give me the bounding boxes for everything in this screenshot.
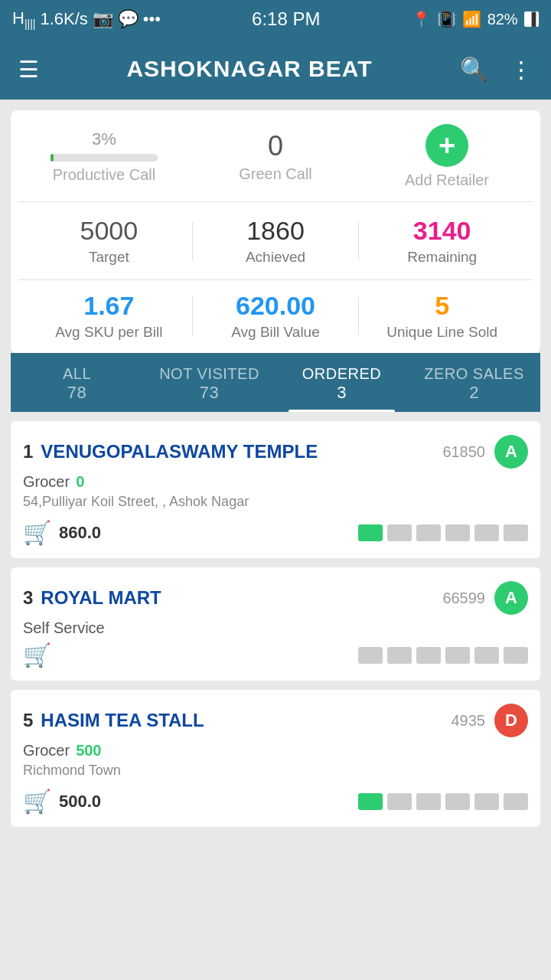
dot-indicator	[416, 647, 441, 664]
retailer-card[interactable]: 3 ROYAL MART 66599 A Self Service 🛒	[11, 567, 540, 681]
progress-bar-fill	[51, 154, 54, 162]
cart-icon: 🛒	[23, 519, 51, 546]
page-title: ASHOKNAGAR BEAT	[126, 56, 372, 82]
add-retailer-button[interactable]: + Add Retailer	[361, 124, 533, 189]
unique-line-block: 5 Unique Line Sold	[359, 291, 525, 341]
location-icon: 📍	[412, 10, 431, 28]
tab-zero-sales[interactable]: ZERO SALES2	[408, 353, 540, 412]
achieved-block: 1860 Achieved	[193, 216, 359, 266]
retailer-address: 54,Pulliyar Koil Street, , Ashok Nagar	[23, 494, 528, 510]
retailer-number: 3	[23, 587, 33, 609]
stats-bottom-row: 1.67 Avg SKU per Bill 620.00 Avg Bill Va…	[18, 280, 533, 345]
cart-info: 🛒 860.0	[23, 519, 101, 546]
wifi-icon: 📶	[462, 10, 481, 28]
signal-icon: H||||	[12, 8, 35, 30]
retailer-footer: 🛒 500.0	[23, 788, 528, 815]
green-call-value: 0	[268, 130, 283, 162]
target-label: Target	[89, 249, 129, 266]
tab-all[interactable]: ALL78	[11, 353, 143, 412]
sub-badge: 0	[76, 473, 84, 491]
target-block: 5000 Target	[26, 216, 192, 266]
unique-line-value: 5	[435, 291, 449, 321]
achieved-value: 1860	[246, 216, 305, 246]
retailer-id-avatar: 4935 D	[452, 704, 529, 737]
tab-ordered[interactable]: ORDERED3	[276, 353, 408, 412]
remaining-label: Remaining	[407, 249, 477, 266]
retailer-card[interactable]: 1 VENUGOPALASWAMY TEMPLE 61850 A Grocer …	[11, 421, 540, 558]
remaining-block: 3140 Remaining	[359, 216, 525, 266]
stats-top-row: 3% Productive Call 0 Green Call + Add Re…	[18, 124, 533, 202]
retailer-name: VENUGOPALASWAMY TEMPLE	[41, 441, 318, 462]
dot-indicator	[416, 793, 441, 810]
retailer-id: 61850	[442, 443, 485, 461]
productive-call-label: Productive Call	[53, 166, 156, 184]
status-right: 📍 📳 📶 82% ▐	[412, 10, 539, 28]
dot-row	[358, 647, 528, 664]
retailer-subtype: Grocer 500	[23, 742, 528, 760]
status-bar: H|||| 1.6K/s 📷 💬 ••• 6:18 PM 📍 📳 📶 82% ▐	[0, 0, 551, 38]
green-call-block: 0 Green Call	[190, 130, 361, 183]
dot-indicator	[387, 524, 412, 541]
retailer-id-avatar: 66599 A	[442, 581, 528, 615]
status-time: 6:18 PM	[252, 8, 320, 30]
cart-value: 860.0	[59, 523, 101, 543]
more-options-button[interactable]: ⋮	[510, 56, 533, 83]
retailer-number: 5	[23, 710, 33, 731]
cart-icon: 🛒	[23, 642, 51, 668]
dot-indicator	[387, 647, 412, 664]
dot-indicator	[358, 524, 383, 541]
dot-indicator	[358, 793, 383, 810]
retailer-address: Richmond Town	[23, 763, 528, 779]
retailer-name-row: 3 ROYAL MART	[23, 587, 161, 609]
retailer-name: ROYAL MART	[41, 587, 161, 609]
retailer-type: Self Service	[23, 619, 105, 637]
status-left: H|||| 1.6K/s 📷 💬 •••	[12, 8, 161, 30]
dot-indicator	[504, 647, 528, 664]
dot-indicator	[504, 793, 528, 810]
cart-icon: 🛒	[23, 788, 51, 815]
dot-indicator	[474, 647, 499, 664]
dot-indicator	[387, 793, 412, 810]
search-button[interactable]: 🔍	[460, 56, 488, 83]
more-dots: •••	[143, 9, 161, 29]
cart-info: 🛒 500.0	[23, 788, 101, 815]
avg-sku-value: 1.67	[83, 291, 134, 321]
header-actions: 🔍 ⋮	[460, 56, 533, 83]
dot-row	[358, 793, 528, 810]
menu-button[interactable]: ☰	[18, 56, 39, 83]
dot-indicator	[445, 524, 470, 541]
avg-bill-label: Avg Bill Value	[231, 324, 319, 341]
avatar: D	[494, 704, 528, 737]
dot-row	[358, 524, 528, 541]
tab-not-visited[interactable]: NOT VISITED73	[143, 353, 276, 412]
retailer-card[interactable]: 5 Hasim Tea Stall 4935 D Grocer 500 Rich…	[11, 690, 540, 827]
green-call-label: Green Call	[239, 165, 312, 183]
progress-bar-bg	[51, 154, 158, 162]
speed-indicator: 1.6K/s	[40, 9, 87, 29]
retailer-footer: 🛒 860.0	[23, 519, 528, 546]
vibrate-icon: 📳	[437, 10, 456, 28]
avg-sku-block: 1.67 Avg SKU per Bill	[26, 291, 192, 341]
productive-call-block: 3% Productive Call	[18, 129, 190, 184]
avatar: A	[494, 581, 528, 615]
chat-icon: 💬	[118, 9, 139, 29]
dot-indicator	[474, 524, 499, 541]
dot-indicator	[445, 647, 470, 664]
dot-indicator	[358, 647, 383, 664]
target-value: 5000	[80, 216, 139, 246]
avatar: A	[494, 435, 528, 469]
battery-icon: ▐	[524, 11, 539, 27]
app-header: ☰ ASHOKNAGAR BEAT 🔍 ⋮	[0, 38, 551, 100]
retailer-type: Grocer	[23, 473, 70, 491]
tabs-row: ALL78NOT VISITED73ORDERED3ZERO SALES2	[11, 353, 540, 412]
camera-icon: 📷	[93, 9, 113, 29]
battery-level: 82%	[487, 11, 518, 28]
add-retailer-icon: +	[425, 124, 468, 167]
avg-bill-value: 620.00	[236, 291, 315, 321]
dot-indicator	[504, 524, 528, 541]
avg-bill-block: 620.00 Avg Bill Value	[193, 291, 359, 341]
stats-card: 3% Productive Call 0 Green Call + Add Re…	[11, 110, 540, 353]
achieved-label: Achieved	[246, 249, 305, 266]
retailer-id: 66599	[442, 590, 485, 607]
retailer-subtype: Grocer 0	[23, 473, 528, 491]
